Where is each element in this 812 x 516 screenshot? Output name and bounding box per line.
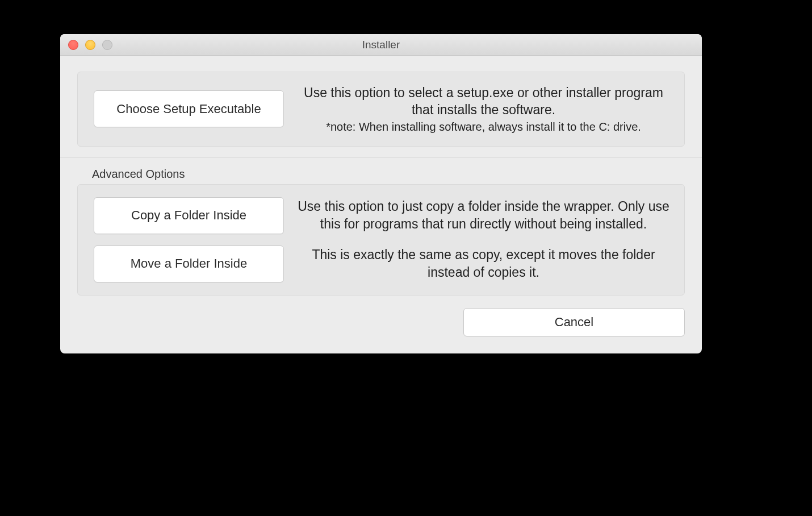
- choose-setup-description: Use this option to select a setup.exe or…: [296, 85, 671, 134]
- cancel-button-label: Cancel: [555, 315, 593, 330]
- choose-setup-note-text: *note: When installing software, always …: [296, 120, 671, 134]
- copy-folder-button[interactable]: Copy a Folder Inside: [94, 197, 284, 234]
- choose-setup-button[interactable]: Choose Setup Executable: [94, 90, 284, 127]
- move-folder-description: This is exactly the same as copy, except…: [296, 246, 671, 281]
- titlebar: Installer: [60, 34, 702, 56]
- footer: Cancel: [77, 308, 685, 336]
- move-folder-button-label: Move a Folder Inside: [131, 256, 247, 271]
- main-panel: Choose Setup Executable Use this option …: [77, 72, 685, 147]
- choose-setup-desc-text: Use this option to select a setup.exe or…: [296, 85, 671, 119]
- minimize-icon[interactable]: [85, 40, 95, 50]
- move-row: Move a Folder Inside This is exactly the…: [94, 245, 671, 282]
- zoom-icon: [102, 40, 112, 50]
- choose-setup-button-label: Choose Setup Executable: [116, 102, 261, 116]
- cancel-button[interactable]: Cancel: [463, 308, 685, 336]
- copy-folder-description: Use this option to just copy a folder in…: [296, 198, 671, 233]
- move-folder-button[interactable]: Move a Folder Inside: [94, 245, 284, 282]
- advanced-section-label: Advanced Options: [92, 168, 685, 181]
- window-title: Installer: [60, 39, 702, 51]
- close-icon[interactable]: [68, 40, 78, 50]
- traffic-lights: [68, 40, 112, 50]
- divider: [60, 157, 702, 157]
- copy-folder-button-label: Copy a Folder Inside: [131, 208, 246, 223]
- installer-window: Installer Choose Setup Executable Use th…: [60, 34, 702, 353]
- copy-row: Copy a Folder Inside Use this option to …: [94, 197, 671, 234]
- window-content: Choose Setup Executable Use this option …: [60, 56, 702, 353]
- advanced-panel: Copy a Folder Inside Use this option to …: [77, 184, 685, 296]
